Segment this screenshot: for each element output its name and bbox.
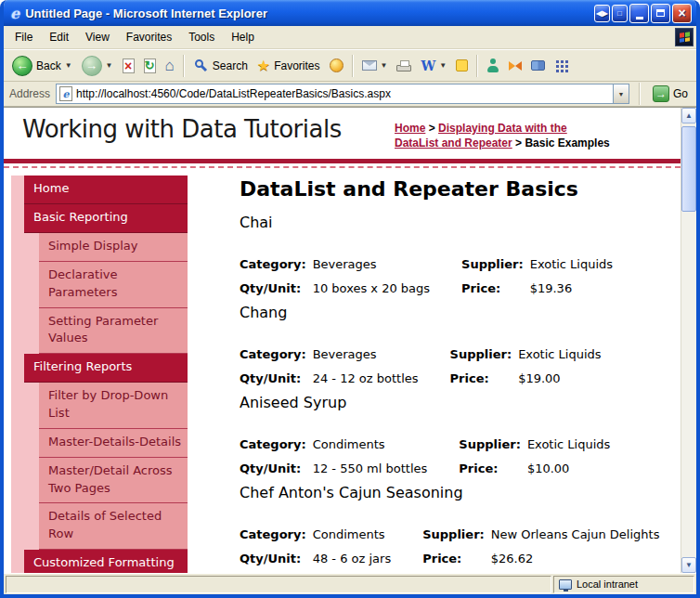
- sidebar-item-filter-by-dropdown-list[interactable]: Filter by Drop-Down List: [39, 383, 188, 429]
- menu-favorites[interactable]: Favorites: [118, 27, 180, 47]
- scroll-down-button[interactable]: ▼: [681, 557, 696, 573]
- back-label: Back: [36, 59, 61, 72]
- windows-flag-icon: [675, 28, 694, 46]
- qty-value: 10 boxes x 20 bags: [313, 276, 461, 300]
- header-rule: [4, 159, 681, 163]
- qty-label: Qty/Unit:: [240, 546, 313, 570]
- breadcrumb-separator: >: [429, 122, 435, 135]
- product-name: Chai: [240, 214, 673, 231]
- forward-dropdown-icon: ▼: [106, 61, 113, 70]
- address-label: Address: [9, 87, 50, 100]
- refresh-button[interactable]: ↻: [139, 56, 161, 76]
- sidebar-item-declarative-parameters[interactable]: Declarative Parameters: [39, 262, 188, 308]
- go-button[interactable]: → Go: [650, 85, 691, 102]
- page-body: Home Basic Reporting Simple Display Decl…: [4, 168, 681, 573]
- home-button[interactable]: ⌂: [161, 55, 179, 76]
- menu-edit[interactable]: Edit: [41, 27, 77, 47]
- search-label: Search: [213, 59, 248, 72]
- star-icon: ★: [257, 58, 270, 73]
- discuss-button[interactable]: [451, 57, 473, 74]
- search-icon: [195, 59, 203, 68]
- sidebar-item-filtering-reports[interactable]: Filtering Reports: [24, 354, 188, 383]
- messenger-button[interactable]: [482, 56, 504, 75]
- media-button[interactable]: [325, 56, 348, 75]
- product-name: Aniseed Syrup: [240, 394, 673, 411]
- menu-help[interactable]: Help: [223, 27, 263, 47]
- quick-launch-button[interactable]: [550, 56, 573, 75]
- vertical-scrollbar[interactable]: ▲ ▼: [681, 108, 696, 573]
- sidebar-item-basic-reporting[interactable]: Basic Reporting: [24, 204, 188, 233]
- favorites-label: Favorites: [274, 59, 319, 72]
- sidebar-item-customized-formatting[interactable]: Customized Formatting: [24, 550, 188, 573]
- address-field: e ▼: [56, 84, 629, 104]
- scrollbar-track[interactable]: [681, 124, 696, 557]
- supplier-label: Supplier:: [461, 252, 530, 276]
- price-value: $19.00: [518, 366, 601, 390]
- browser-window: e Untitled Page - Microsoft Internet Exp…: [0, 0, 700, 598]
- messenger-icon: [486, 58, 499, 72]
- supplier-label: Supplier:: [422, 522, 491, 546]
- security-zone-panel: Local intranet: [553, 576, 694, 593]
- refresh-icon: ↻: [144, 58, 156, 73]
- product-name: Chef Anton's Cajun Seasoning: [240, 484, 673, 501]
- book-icon: [531, 60, 545, 71]
- price-value: $10.00: [527, 456, 610, 480]
- supplier-value: New Orleans Cajun Delights: [491, 522, 660, 546]
- menu-view[interactable]: View: [77, 27, 118, 47]
- browser-viewport: Working with Data Tutorials Home > Displ…: [4, 107, 696, 573]
- scroll-up-button[interactable]: ▲: [681, 108, 696, 124]
- print-button[interactable]: [392, 57, 416, 74]
- price-value: $19.36: [530, 276, 613, 300]
- media-icon: [330, 58, 344, 72]
- price-label: Price:: [450, 366, 519, 390]
- breadcrumb: Home > Displaying Data with theDataList …: [395, 115, 673, 150]
- product-details-table: Category: Condiments Supplier: New Orlea…: [240, 522, 659, 570]
- maximize-icon: [656, 9, 665, 17]
- menu-file[interactable]: File: [6, 27, 41, 47]
- msn-button[interactable]: [504, 58, 526, 74]
- sidebar-item-setting-parameter-values[interactable]: Setting Parameter Values: [39, 308, 188, 355]
- sidebar-item-master-detail-two-pages[interactable]: Master/Detail Across Two Pages: [39, 458, 188, 504]
- category-value: Condiments: [313, 432, 460, 456]
- breadcrumb-home-link[interactable]: Home: [395, 122, 425, 135]
- stop-button[interactable]: ×: [118, 56, 139, 76]
- titlebar-arrow-left-button[interactable]: ◀▶: [594, 5, 610, 22]
- address-bar: Address e ▼ → Go: [4, 82, 696, 107]
- category-label: Category:: [240, 432, 313, 456]
- content-title: DataList and Repeater Basics: [240, 177, 673, 201]
- back-button[interactable]: ← Back ▼: [7, 53, 77, 79]
- supplier-label: Supplier:: [450, 342, 519, 366]
- toolbar-separator: [476, 55, 478, 77]
- minimize-button[interactable]: [629, 4, 649, 23]
- supplier-value: Exotic Liquids: [527, 432, 610, 456]
- forward-button[interactable]: → ▼: [77, 53, 118, 79]
- mail-icon: [362, 60, 377, 71]
- address-separator: [639, 83, 641, 105]
- favorites-button[interactable]: ★ Favorites: [253, 56, 325, 76]
- titlebar-arrow-right-button[interactable]: □: [612, 5, 628, 22]
- category-value: Beverages: [313, 252, 461, 276]
- window-title: Untitled Page - Microsoft Internet Explo…: [25, 6, 592, 20]
- mail-button[interactable]: ▼: [357, 58, 393, 73]
- grid-icon: [554, 58, 568, 72]
- minimize-icon: [636, 17, 643, 20]
- address-input[interactable]: [76, 85, 609, 102]
- sidebar-item-home[interactable]: Home: [24, 176, 188, 204]
- supplier-label: Supplier:: [459, 432, 527, 456]
- site-title: Working with Data Tutorials: [22, 115, 395, 143]
- toolbar: ← Back ▼ → ▼ × ↻ ⌂ Search ★ Favorites: [4, 49, 696, 82]
- close-button[interactable]: ×: [672, 4, 692, 23]
- category-value: Beverages: [313, 342, 450, 366]
- menu-tools[interactable]: Tools: [180, 27, 223, 47]
- sidebar-item-details-of-selected-row[interactable]: Details of Selected Row: [39, 503, 188, 550]
- maximize-button[interactable]: [651, 4, 670, 23]
- product-details-table: Category: Beverages Supplier: Exotic Liq…: [240, 252, 613, 300]
- mail-dropdown-icon: ▼: [381, 61, 388, 70]
- edit-button[interactable]: W ▼: [416, 57, 451, 75]
- research-button[interactable]: [526, 58, 550, 73]
- sidebar-item-master-details-details[interactable]: Master-Details-Details: [39, 429, 188, 458]
- search-button[interactable]: Search: [188, 55, 253, 76]
- scrollbar-thumb[interactable]: [681, 126, 696, 212]
- sidebar-item-simple-display[interactable]: Simple Display: [39, 233, 188, 262]
- address-dropdown-button[interactable]: ▼: [613, 84, 629, 103]
